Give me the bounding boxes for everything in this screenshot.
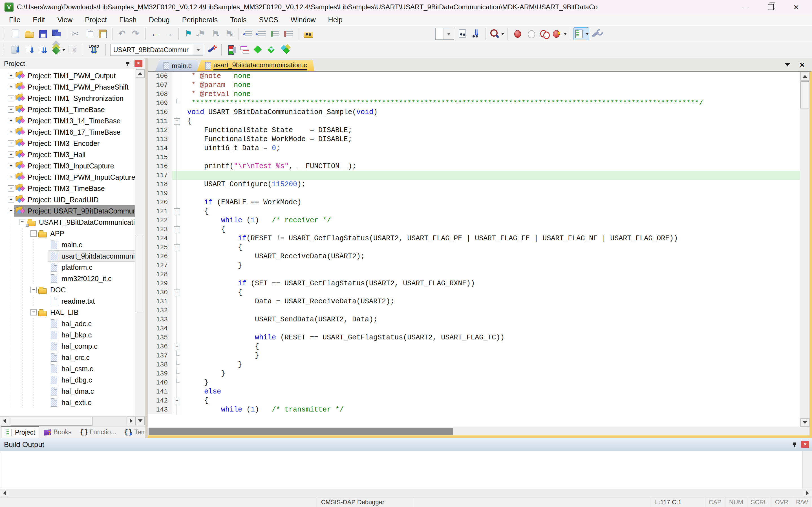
code-line[interactable]: 120 if (ENABLE == WorkMode) (148, 198, 800, 207)
tree-item[interactable]: +Project: TIM16_17_TimeBase (0, 126, 135, 138)
scroll-right-button[interactable] (803, 489, 812, 497)
menu-item-file[interactable]: File (3, 14, 27, 25)
target-select-combobox[interactable]: USART_9BitDataCommur (110, 44, 203, 56)
code-line[interactable]: 132 (148, 306, 800, 315)
code-line[interactable]: 131 Data = USART_ReceiveData(USART2); (148, 297, 800, 306)
disable-all-breakpoints-button[interactable] (538, 27, 551, 40)
tree-item[interactable]: +Project: TIM3_TimeBase (0, 183, 135, 194)
tree-item[interactable]: −USART_9BitDataCommunication (0, 217, 135, 228)
tree-item[interactable]: readme.txt (0, 295, 135, 307)
expand-icon[interactable]: + (8, 185, 14, 191)
configure-button[interactable] (590, 27, 603, 40)
select-packs-button[interactable] (265, 43, 278, 56)
kill-all-breakpoints-button[interactable] (552, 27, 567, 40)
scroll-down-button[interactable] (136, 416, 145, 425)
build-output-vertical-scrollbar[interactable] (802, 451, 812, 489)
fold-margin[interactable] (172, 243, 182, 252)
scroll-up-button[interactable] (801, 72, 809, 80)
code-line[interactable]: 138 } (148, 360, 800, 369)
indent-button[interactable] (255, 27, 268, 40)
target-select-dropdown-button[interactable] (193, 44, 203, 55)
fold-margin[interactable] (172, 207, 182, 216)
pin-icon[interactable] (791, 441, 799, 448)
find-next-button[interactable] (489, 27, 504, 40)
next-bookmark-button[interactable] (209, 27, 222, 40)
tree-item[interactable]: +Project: TIM1_PWM_Output (0, 70, 135, 81)
tree-vertical-scrollbar[interactable] (135, 69, 145, 416)
tree-item[interactable]: hal_exti.c (0, 397, 135, 408)
undo-button[interactable] (116, 27, 129, 40)
menu-item-help[interactable]: Help (322, 14, 349, 25)
sidebar-tab-functions[interactable]: Functio... (76, 427, 120, 438)
build-button[interactable] (23, 43, 36, 56)
expand-icon[interactable]: + (8, 163, 14, 169)
insert-breakpoint-button[interactable] (511, 27, 524, 40)
tree-item[interactable]: hal_dbg.c (0, 374, 135, 386)
collapse-icon[interactable]: − (31, 287, 37, 293)
rte-button[interactable] (252, 43, 265, 56)
tree-item[interactable]: platform.c (0, 262, 135, 273)
comment-button[interactable] (269, 27, 282, 40)
scroll-left-button[interactable] (0, 489, 9, 497)
download-flash-button[interactable]: LOAD (86, 43, 102, 56)
search-combobox[interactable] (435, 28, 454, 40)
code-line[interactable]: 137 } (148, 351, 800, 360)
expand-icon[interactable]: + (8, 84, 14, 90)
code-line[interactable]: 121 { (148, 207, 800, 216)
menu-item-tools[interactable]: Tools (224, 14, 253, 25)
expand-icon[interactable]: + (8, 196, 14, 203)
code-line[interactable]: 119 (148, 189, 800, 198)
tree-item[interactable]: −APP (0, 228, 135, 239)
code-line[interactable]: 134 (148, 324, 800, 333)
code-line[interactable]: 142 { (148, 396, 800, 405)
scroll-right-button[interactable] (126, 416, 136, 425)
menu-item-edit[interactable]: Edit (27, 14, 51, 25)
save-all-button[interactable] (50, 27, 63, 40)
build-output-content[interactable] (0, 451, 802, 489)
tab-list-dropdown-icon[interactable] (783, 61, 792, 69)
expand-icon[interactable]: + (8, 174, 14, 180)
fold-margin[interactable] (172, 117, 182, 126)
sidebar-tab-books[interactable]: Books (40, 427, 75, 438)
code-line[interactable]: 123 { (148, 225, 800, 234)
code-line[interactable]: 139 } (148, 369, 800, 378)
insert-bookmark-button[interactable] (182, 27, 195, 40)
code-line[interactable]: 117 (148, 171, 800, 180)
code-line[interactable]: 128 (148, 270, 800, 279)
find-in-files-button[interactable] (302, 27, 315, 40)
menu-item-view[interactable]: View (51, 14, 79, 25)
tree-item[interactable]: +Project: TIM1_TimeBase (0, 104, 135, 115)
scroll-track[interactable] (10, 416, 126, 426)
fold-margin[interactable] (172, 225, 182, 234)
scroll-up-button[interactable] (136, 69, 145, 78)
cut-button[interactable] (69, 27, 82, 40)
save-button[interactable] (36, 27, 49, 40)
code-line[interactable]: 127 } (148, 261, 800, 270)
code-line[interactable]: 125 { (148, 243, 800, 252)
titlebar[interactable]: C:\Users\wang\Downloads\LibSamples_MM32F… (0, 0, 812, 14)
editor-tab[interactable]: usart_9bitdatacommunication.c (197, 60, 314, 71)
manage-items-button[interactable] (238, 43, 251, 56)
editor-horizontal-scrollbar[interactable] (148, 427, 809, 436)
code-line[interactable]: 106 * @note none (148, 72, 800, 81)
find-button[interactable] (456, 27, 469, 40)
menu-item-project[interactable]: Project (79, 14, 113, 25)
menu-item-peripherals[interactable]: Peripherals (176, 14, 224, 25)
search-dropdown-button[interactable] (444, 28, 454, 40)
scroll-thumb[interactable] (136, 236, 144, 312)
build-output-header[interactable]: Build Output (0, 438, 812, 451)
collapse-icon[interactable]: − (8, 208, 14, 214)
build-output-close-button[interactable] (801, 441, 809, 448)
options-target-button[interactable] (205, 43, 218, 56)
project-tree[interactable]: +Project: TIM1_PWM_Output+Project: TIM1_… (0, 69, 135, 416)
tree-item[interactable]: +Project: TIM1_Synchronization (0, 93, 135, 104)
code-line[interactable]: 114 uint16_t Data = 0; (148, 144, 800, 153)
scroll-down-button[interactable] (801, 418, 809, 427)
build-output-horizontal-scrollbar[interactable] (0, 489, 812, 497)
collapse-icon[interactable]: − (19, 219, 26, 225)
tree-item[interactable]: +Project: TIM1_PWM_PhaseShift (0, 81, 135, 93)
navigate-back-button[interactable] (149, 27, 162, 40)
fold-margin[interactable] (172, 342, 182, 351)
incremental-find-button[interactable] (469, 27, 483, 40)
batch-build-button[interactable] (50, 43, 65, 56)
